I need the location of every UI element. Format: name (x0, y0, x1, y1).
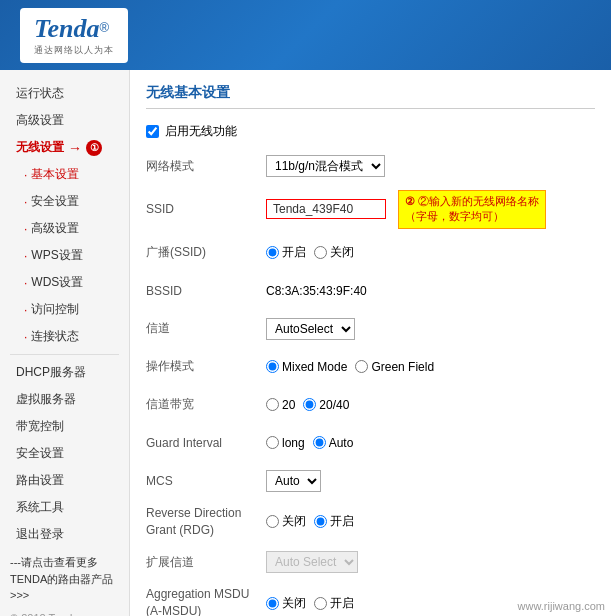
rdg-on-radio[interactable] (314, 515, 327, 528)
sidebar-item-sec-settings[interactable]: 安全设置 (0, 440, 129, 467)
sidebar-item-conn-status[interactable]: · 连接状态 (0, 323, 129, 350)
sidebar-item-access[interactable]: · 访问控制 (0, 296, 129, 323)
enable-wireless-label: 启用无线功能 (165, 123, 237, 140)
logo-text: Tenda® (34, 14, 114, 44)
bullet-icon5: · (24, 276, 27, 290)
bullet-icon3: · (24, 222, 27, 236)
sidebar-item-security-sub[interactable]: · 安全设置 (0, 188, 129, 215)
rdg-value: 关闭 开启 (266, 513, 595, 530)
mixed-mode-label: Mixed Mode (282, 360, 347, 374)
guard-long-label: long (282, 436, 305, 450)
sidebar-item-logout[interactable]: 退出登录 (0, 521, 129, 548)
sidebar-item-wireless-advanced[interactable]: · 高级设置 (0, 215, 129, 242)
ssid-value: ② ②输入新的无线网络名称 （字母，数字均可） (266, 190, 595, 229)
bullet-icon7: · (24, 330, 27, 344)
channel-width-row: 信道带宽 20 20/40 (146, 391, 595, 419)
channel-select[interactable]: AutoSelect 1234 5678 910111213 (266, 318, 355, 340)
sidebar-item-wds[interactable]: · WDS设置 (0, 269, 129, 296)
broadcast-off-radio[interactable] (314, 246, 327, 259)
rdg-off-radio[interactable] (266, 515, 279, 528)
bullet-icon4: · (24, 249, 27, 263)
guard-long-option[interactable]: long (266, 436, 305, 450)
guard-auto-label: Auto (329, 436, 354, 450)
sidebar-item-advanced[interactable]: 高级设置 (0, 107, 129, 134)
guard-interval-label: Guard Interval (146, 436, 266, 450)
broadcast-off-label: 关闭 (330, 244, 354, 261)
green-field-option[interactable]: Green Field (355, 360, 434, 374)
guard-auto-option[interactable]: Auto (313, 436, 354, 450)
sidebar-item-sys-tools[interactable]: 系统工具 (0, 494, 129, 521)
amsdu-off-label: 关闭 (282, 595, 306, 612)
sidebar-note: ---请点击查看更多TENDA的路由器产品>>> (0, 548, 129, 610)
width-2040-radio[interactable] (303, 398, 316, 411)
amsdu-on-radio[interactable] (314, 597, 327, 610)
bssid-label: BSSID (146, 284, 266, 298)
rdg-on-option[interactable]: 开启 (314, 513, 354, 530)
broadcast-value: 开启 关闭 (266, 244, 595, 261)
bssid-value: C8:3A:35:43:9F:40 (266, 284, 595, 298)
operation-mode-row: 操作模式 Mixed Mode Green Field (146, 353, 595, 381)
bullet-icon6: · (24, 303, 27, 317)
divider1 (10, 354, 119, 355)
broadcast-label: 广播(SSID) (146, 244, 266, 261)
rdg-off-label: 关闭 (282, 513, 306, 530)
rdg-off-option[interactable]: 关闭 (266, 513, 306, 530)
amsdu-on-label: 开启 (330, 595, 354, 612)
annotation-2-box: ② ②输入新的无线网络名称 （字母，数字均可） (398, 190, 546, 229)
ssid-input[interactable] (266, 199, 386, 219)
guard-auto-radio[interactable] (313, 436, 326, 449)
annotation-2-text2: （字母，数字均可） (405, 210, 504, 222)
network-mode-label: 网络模式 (146, 158, 266, 175)
annotation-2-text1: ②输入新的无线网络名称 (418, 195, 539, 207)
network-mode-row: 网络模式 11b/g/n混合模式 11b only 11g only 11n o… (146, 152, 595, 180)
broadcast-on-label: 开启 (282, 244, 306, 261)
sidebar-item-dhcp[interactable]: DHCP服务器 (0, 359, 129, 386)
width-20-option[interactable]: 20 (266, 398, 295, 412)
operation-mode-label: 操作模式 (146, 358, 266, 375)
sidebar-item-status[interactable]: 运行状态 (0, 80, 129, 107)
amsdu-off-option[interactable]: 关闭 (266, 595, 306, 612)
enable-wireless-checkbox[interactable] (146, 125, 159, 138)
sidebar-item-virtual[interactable]: 虚拟服务器 (0, 386, 129, 413)
guard-long-radio[interactable] (266, 436, 279, 449)
green-field-radio[interactable] (355, 360, 368, 373)
amsdu-label: Aggregation MSDU(A-MSDU) (146, 586, 266, 616)
sidebar-item-wps[interactable]: · WPS设置 (0, 242, 129, 269)
rdg-on-label: 开启 (330, 513, 354, 530)
guard-interval-value: long Auto (266, 436, 595, 450)
mcs-label: MCS (146, 474, 266, 488)
broadcast-on-radio[interactable] (266, 246, 279, 259)
width-2040-option[interactable]: 20/40 (303, 398, 349, 412)
copyright: © 2012 Tenda (0, 610, 129, 617)
ext-channel-row: 扩展信道 Auto Select (146, 548, 595, 576)
channel-width-value: 20 20/40 (266, 398, 595, 412)
mixed-mode-radio[interactable] (266, 360, 279, 373)
guard-interval-row: Guard Interval long Auto (146, 429, 595, 457)
broadcast-on-option[interactable]: 开启 (266, 244, 306, 261)
logo-box: Tenda® 通达网络以人为本 (20, 8, 128, 63)
enable-wireless-row: 启用无线功能 (146, 123, 595, 140)
mcs-value: Auto 0123 4567 (266, 470, 595, 492)
mcs-select[interactable]: Auto 0123 4567 (266, 470, 321, 492)
content-area: 无线基本设置 启用无线功能 网络模式 11b/g/n混合模式 11b only … (130, 70, 611, 616)
annotation-2-circle: ② (405, 195, 415, 207)
network-mode-select[interactable]: 11b/g/n混合模式 11b only 11g only 11n only (266, 155, 385, 177)
green-field-label: Green Field (371, 360, 434, 374)
sidebar-item-wireless[interactable]: 无线设置 → ① (0, 134, 129, 161)
ext-channel-label: 扩展信道 (146, 554, 266, 571)
mixed-mode-option[interactable]: Mixed Mode (266, 360, 347, 374)
sidebar-item-route[interactable]: 路由设置 (0, 467, 129, 494)
amsdu-off-radio[interactable] (266, 597, 279, 610)
amsdu-on-option[interactable]: 开启 (314, 595, 354, 612)
broadcast-row: 广播(SSID) 开启 关闭 (146, 239, 595, 267)
channel-value: AutoSelect 1234 5678 910111213 (266, 318, 595, 340)
broadcast-off-option[interactable]: 关闭 (314, 244, 354, 261)
mcs-row: MCS Auto 0123 4567 (146, 467, 595, 495)
bssid-text: C8:3A:35:43:9F:40 (266, 284, 367, 298)
bullet-icon2: · (24, 195, 27, 209)
ext-channel-select[interactable]: Auto Select (266, 551, 358, 573)
width-20-radio[interactable] (266, 398, 279, 411)
sidebar-item-bandwidth[interactable]: 带宽控制 (0, 413, 129, 440)
sidebar-item-basic[interactable]: · 基本设置 (0, 161, 129, 188)
logo-slogan: 通达网络以人为本 (34, 44, 114, 57)
